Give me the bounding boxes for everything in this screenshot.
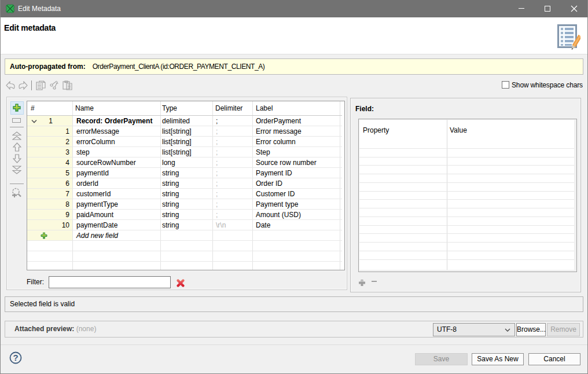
svg-text:?: ? <box>13 353 18 362</box>
